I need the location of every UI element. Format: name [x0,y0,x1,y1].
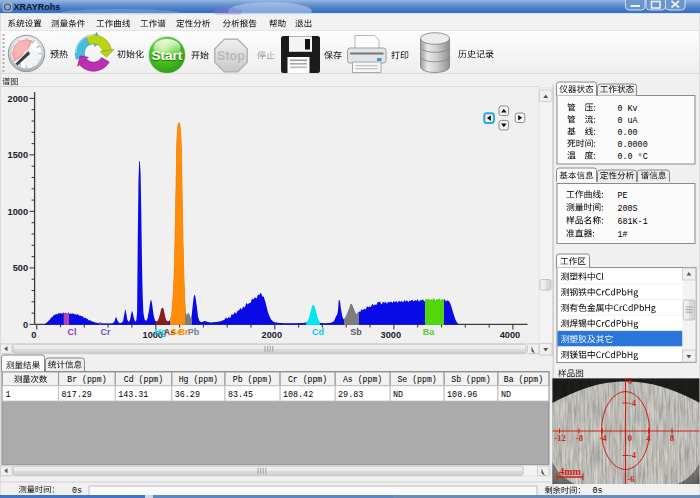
svg-text:1500: 1500 [8,150,28,160]
svg-text:Sb: Sb [350,327,362,337]
svg-text:36.29: 36.29 [175,390,200,400]
svg-text:3000: 3000 [381,330,401,340]
svg-text:143.31: 143.31 [118,390,148,400]
svg-text:4: 4 [646,433,651,443]
svg-text:0s: 0s [72,486,82,496]
svg-text:-4: -4 [599,433,607,443]
svg-text:-12: -12 [554,433,565,443]
svg-text:1#: 1# [618,230,628,240]
svg-text:XRAYRohs: XRAYRohs [14,2,61,12]
svg-text:1: 1 [6,390,11,400]
svg-text:200S: 200S [618,204,638,214]
svg-text:Ba (ppm): Ba (ppm) [504,375,543,384]
svg-text:83.45: 83.45 [228,390,253,400]
svg-text:1000: 1000 [8,207,28,217]
svg-text:0: 0 [31,330,36,340]
svg-text:Br (ppm): Br (ppm) [67,375,106,384]
svg-text:4000: 4000 [500,330,520,340]
svg-text:108.42: 108.42 [283,390,313,400]
svg-text:0 uA: 0 uA [618,116,639,126]
svg-text:Se (ppm): Se (ppm) [397,375,436,384]
svg-text:108.96: 108.96 [447,390,477,400]
svg-text:As (ppm): As (ppm) [343,375,382,384]
svg-text:8: 8 [670,433,675,443]
svg-text:6: 6 [628,376,633,386]
svg-text:-4: -4 [629,398,637,408]
svg-text:-4: -4 [629,450,637,460]
svg-text:0.0 °C: 0.0 °C [618,152,648,162]
svg-text:2000: 2000 [8,94,28,104]
svg-text:Sb (ppm): Sb (ppm) [451,375,490,384]
svg-text:0.00: 0.00 [618,128,638,138]
svg-text:500: 500 [13,263,28,273]
svg-text:0: 0 [23,320,28,330]
svg-text:-8: -8 [576,433,584,443]
svg-text:681K-1: 681K-1 [618,217,648,227]
svg-text:ND: ND [393,390,403,400]
svg-text:0 Kv: 0 Kv [618,104,638,114]
svg-text:Start: Start [152,48,183,63]
svg-text:4mm: 4mm [559,466,581,477]
svg-text:Hg (ppm): Hg (ppm) [179,375,218,384]
svg-text:0.0000: 0.0000 [618,140,648,150]
svg-text:2000: 2000 [262,330,282,340]
svg-text:-6: -6 [627,474,635,484]
svg-text:Ba: Ba [423,327,435,337]
svg-text:Pb: Pb [188,327,200,337]
svg-text:0: 0 [628,433,632,443]
svg-text:Cl: Cl [68,327,77,337]
svg-text:Cr: Cr [100,327,110,337]
svg-text:Cd (ppm): Cd (ppm) [124,375,163,384]
svg-text:Pb (ppm): Pb (ppm) [233,375,272,384]
svg-text:Stop: Stop [217,49,245,63]
svg-text:Cd: Cd [312,327,324,337]
svg-text:29.83: 29.83 [338,390,363,400]
svg-text:Cr (ppm): Cr (ppm) [288,375,327,384]
svg-text:0s: 0s [593,486,603,496]
svg-text:817.29: 817.29 [62,390,92,400]
svg-text:PE: PE [618,191,628,201]
svg-text:ND: ND [501,390,511,400]
